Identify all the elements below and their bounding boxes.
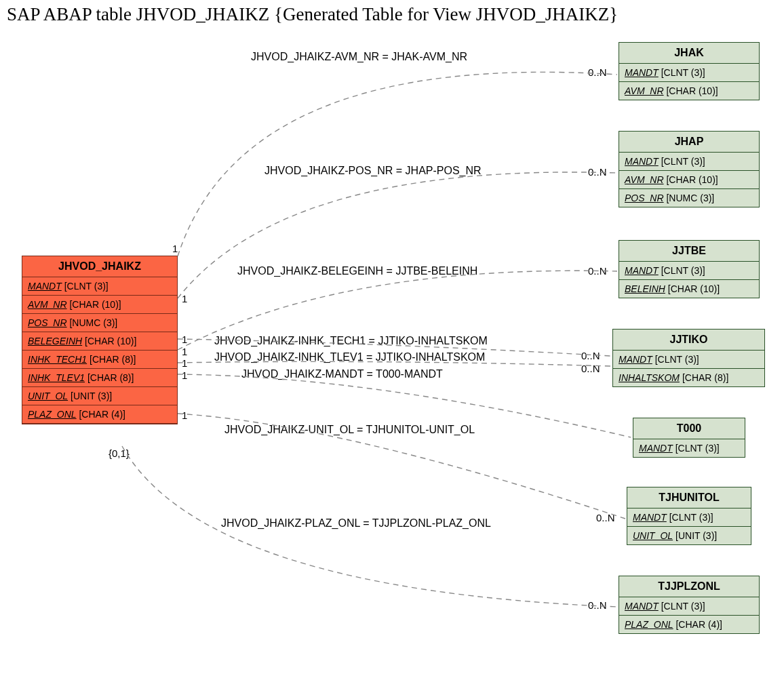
entity-header: JHAP bbox=[619, 132, 759, 153]
entity-field: MANDT [CLNT (3)] bbox=[627, 509, 751, 527]
entity-field: PLAZ_ONL [CHAR (4)] bbox=[22, 405, 177, 424]
page-title: SAP ABAP table JHVOD_JHAIKZ {Generated T… bbox=[7, 4, 618, 25]
entity-field: AVM_NR [CHAR (10)] bbox=[619, 82, 759, 100]
entity-field: POS_NR [NUMC (3)] bbox=[619, 189, 759, 207]
edge-label: JHVOD_JHAIKZ-MANDT = T000-MANDT bbox=[241, 368, 443, 380]
entity-field: PLAZ_ONL [CHAR (4)] bbox=[619, 616, 759, 633]
entity-field: UNIT_OL [UNIT (3)] bbox=[22, 387, 177, 405]
entity-header: TJJPLZONL bbox=[619, 576, 759, 597]
cardinality-right: 0..N bbox=[596, 512, 615, 523]
entity-field: POS_NR [NUMC (3)] bbox=[22, 314, 177, 332]
entity-field: INHK_TLEV1 [CHAR (8)] bbox=[22, 369, 177, 387]
cardinality-left: 1 bbox=[182, 370, 187, 381]
edge-label: JHVOD_JHAIKZ-INHK_TLEV1 = JJTIKO-INHALTS… bbox=[214, 351, 485, 363]
cardinality-left: 1 bbox=[182, 334, 187, 345]
cardinality-right: 0..N bbox=[588, 265, 607, 277]
entity-tjjplzonl: TJJPLZONL MANDT [CLNT (3)] PLAZ_ONL [CHA… bbox=[619, 576, 760, 634]
cardinality-right: 0..N bbox=[581, 350, 600, 361]
entity-field: BELEINH [CHAR (10)] bbox=[619, 280, 759, 298]
entity-field: MANDT [CLNT (3)] bbox=[619, 597, 759, 616]
cardinality-left: 1 bbox=[182, 346, 187, 357]
entity-field: BELEGEINH [CHAR (10)] bbox=[22, 332, 177, 351]
cardinality-right: 0..N bbox=[581, 363, 600, 374]
cardinality-left: 1 bbox=[182, 357, 187, 369]
cardinality-left: {0,1} bbox=[109, 447, 130, 459]
entity-header: T000 bbox=[633, 418, 745, 439]
cardinality-left: 1 bbox=[182, 293, 187, 304]
entity-field: MANDT [CLNT (3)] bbox=[619, 64, 759, 82]
entity-jhak: JHAK MANDT [CLNT (3)] AVM_NR [CHAR (10)] bbox=[619, 42, 760, 100]
entity-field: INHALTSKOM [CHAR (8)] bbox=[613, 369, 764, 386]
entity-jjtiko: JJTIKO MANDT [CLNT (3)] INHALTSKOM [CHAR… bbox=[612, 329, 765, 387]
edge-label: JHVOD_JHAIKZ-INHK_TECH1 = JJTIKO-INHALTS… bbox=[214, 335, 488, 347]
entity-tjhunitol: TJHUNITOL MANDT [CLNT (3)] UNIT_OL [UNIT… bbox=[627, 487, 751, 545]
entity-field: UNIT_OL [UNIT (3)] bbox=[627, 527, 751, 544]
edge-label: JHVOD_JHAIKZ-POS_NR = JHAP-POS_NR bbox=[264, 165, 482, 177]
edge-label: JHVOD_JHAIKZ-BELEGEINH = JJTBE-BELEINH bbox=[237, 265, 477, 277]
entity-header: TJHUNITOL bbox=[627, 487, 751, 509]
entity-jhap: JHAP MANDT [CLNT (3)] AVM_NR [CHAR (10)]… bbox=[619, 131, 760, 207]
cardinality-right: 0..N bbox=[588, 599, 607, 611]
edge-label: JHVOD_JHAIKZ-PLAZ_ONL = TJJPLZONL-PLAZ_O… bbox=[221, 517, 491, 530]
cardinality-right: 0..N bbox=[588, 66, 607, 78]
entity-field: AVM_NR [CHAR (10)] bbox=[22, 296, 177, 314]
entity-jhvod-jhaikz: JHVOD_JHAIKZ MANDT [CLNT (3)] AVM_NR [CH… bbox=[22, 256, 178, 424]
edge-label: JHVOD_JHAIKZ-UNIT_OL = TJHUNITOL-UNIT_OL bbox=[224, 424, 475, 436]
entity-field: MANDT [CLNT (3)] bbox=[619, 262, 759, 280]
entity-jjtbe: JJTBE MANDT [CLNT (3)] BELEINH [CHAR (10… bbox=[619, 240, 760, 298]
entity-header: JHVOD_JHAIKZ bbox=[22, 256, 177, 277]
cardinality-right: 0..N bbox=[588, 166, 607, 178]
entity-header: JJTIKO bbox=[613, 330, 764, 351]
cardinality-left: 1 bbox=[172, 243, 178, 254]
entity-header: JJTBE bbox=[619, 241, 759, 262]
entity-field: AVM_NR [CHAR (10)] bbox=[619, 171, 759, 189]
cardinality-left: 1 bbox=[182, 410, 187, 421]
edge-label: JHVOD_JHAIKZ-AVM_NR = JHAK-AVM_NR bbox=[251, 51, 467, 63]
entity-field: MANDT [CLNT (3)] bbox=[633, 439, 745, 457]
entity-field: MANDT [CLNT (3)] bbox=[619, 153, 759, 171]
entity-field: INHK_TECH1 [CHAR (8)] bbox=[22, 351, 177, 369]
entity-field: MANDT [CLNT (3)] bbox=[22, 277, 177, 296]
entity-t000: T000 MANDT [CLNT (3)] bbox=[633, 418, 745, 458]
entity-field: MANDT [CLNT (3)] bbox=[613, 351, 764, 369]
entity-header: JHAK bbox=[619, 43, 759, 64]
